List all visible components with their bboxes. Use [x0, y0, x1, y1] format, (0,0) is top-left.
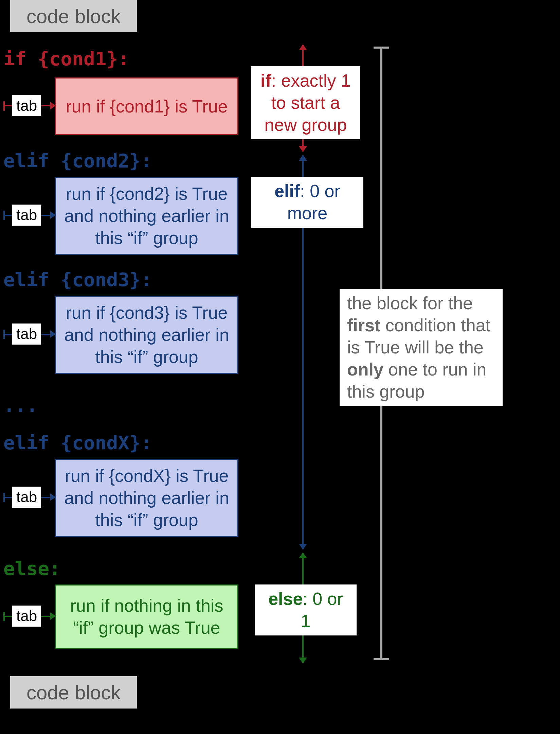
else-annotation-keyword: else	[268, 589, 303, 609]
if-annotation-rest: : exactly 1 to start a new group	[265, 71, 351, 135]
elifX-run-box: run if {condX} is True and nothing earli…	[55, 459, 238, 537]
elif-annotation: elif: 0 or more	[251, 177, 363, 228]
tab-arrowhead-elif1	[50, 211, 56, 219]
tab-arrow-else-leftcap	[3, 612, 5, 621]
tab-arrow-elifX-leftcap	[3, 493, 5, 502]
elif-span-down-arrow	[299, 544, 307, 550]
summary-pre: the block for the	[347, 293, 473, 313]
ellipsis-line: ...	[3, 394, 38, 416]
elif-span-up-arrow	[299, 155, 307, 161]
tab-label-if: tab	[12, 95, 41, 116]
code-block-label-bottom: code block	[10, 676, 137, 709]
tab-arrowhead-elifX	[50, 493, 56, 501]
if-annotation: if: exactly 1 to start a new group	[251, 66, 360, 139]
if-annotation-keyword: if	[260, 71, 271, 90]
code-block-label-top: code block	[10, 0, 137, 32]
elif2-run-box: run if {cond3} is True and nothing earli…	[55, 296, 238, 374]
tab-arrow-if-leftcap	[3, 101, 5, 111]
if-span-up-arrow	[299, 44, 307, 50]
else-annotation: else: 0 or 1	[255, 584, 357, 635]
tab-label-elifX: tab	[12, 487, 41, 508]
tab-arrowhead-else	[50, 612, 56, 620]
tab-arrow-elif2-leftcap	[3, 330, 5, 339]
tab-label-else: tab	[12, 606, 41, 627]
else-annotation-rest: : 0 or 1	[301, 589, 343, 631]
if-span-down-arrow	[299, 146, 307, 152]
full-span-cap-top	[374, 47, 389, 49]
tab-arrow-elif1-leftcap	[3, 211, 5, 220]
full-span-cap-bottom	[374, 658, 389, 660]
tab-arrowhead-elif2	[50, 330, 56, 338]
elif1-run-box: run if {cond2} is True and nothing earli…	[55, 177, 238, 255]
else-span-down-arrow	[299, 658, 307, 664]
if-run-box: run if {cond1} is True	[55, 77, 238, 135]
summary-first: first	[347, 315, 380, 335]
elif1-keyword-line: elif {cond2}:	[3, 150, 152, 172]
else-keyword-line: else:	[3, 557, 61, 579]
summary-only: only	[347, 360, 383, 379]
else-run-box: run if nothing in this “if” group was Tr…	[55, 584, 238, 649]
else-span-up-arrow	[299, 552, 307, 558]
elifX-keyword-line: elif {condX}:	[3, 432, 152, 454]
elif2-keyword-line: elif {cond3}:	[3, 268, 152, 291]
tab-label-elif1: tab	[12, 205, 41, 226]
elif-annotation-keyword: elif	[274, 181, 300, 201]
tab-arrowhead-if	[50, 102, 56, 109]
tab-label-elif2: tab	[12, 324, 41, 345]
summary-annotation: the block for the first condition that i…	[340, 289, 503, 406]
if-keyword-line: if {cond1}:	[3, 48, 129, 70]
